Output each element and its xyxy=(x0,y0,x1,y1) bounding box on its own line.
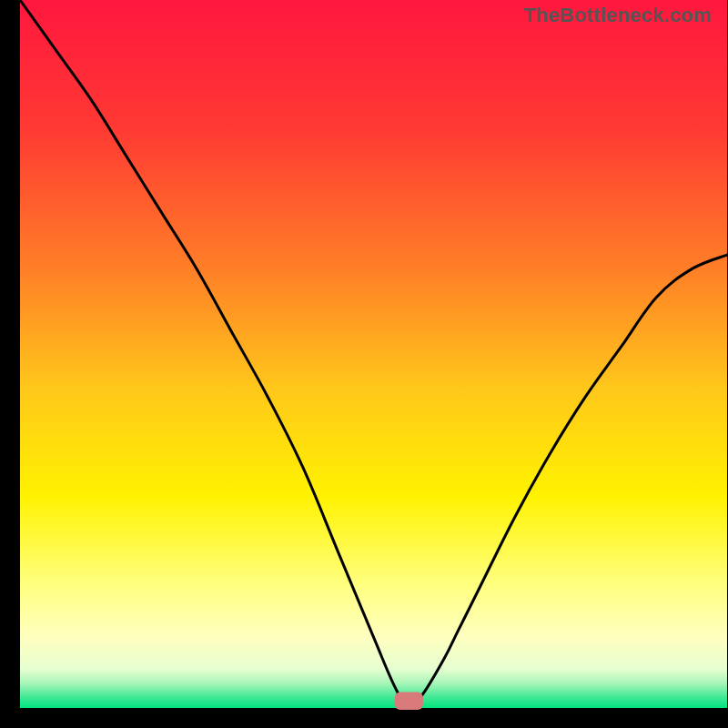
optimal-marker xyxy=(395,692,423,710)
bottleneck-chart xyxy=(0,0,728,728)
chart-frame: TheBottleneck.com xyxy=(0,0,728,728)
watermark-text: TheBottleneck.com xyxy=(524,4,712,27)
plot-background xyxy=(20,0,727,708)
